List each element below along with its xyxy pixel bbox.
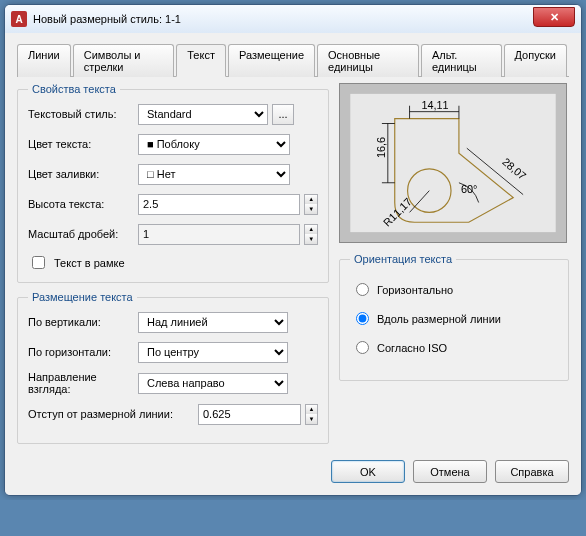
text-orientation-legend: Ориентация текста <box>350 253 456 265</box>
button-bar: OK Отмена Справка <box>17 460 569 483</box>
spin-down-icon: ▼ <box>306 414 317 424</box>
horizontal-label: По горизонтали: <box>28 346 138 358</box>
tab-fit[interactable]: Размещение <box>228 44 315 77</box>
titlebar: A Новый размерный стиль: 1-1 ✕ <box>5 5 581 33</box>
fill-color-select[interactable]: □ Нет <box>138 164 290 185</box>
text-placement-legend: Размещение текста <box>28 291 137 303</box>
text-height-input[interactable] <box>138 194 300 215</box>
vertical-select[interactable]: Над линией <box>138 312 288 333</box>
horizontal-select[interactable]: По центру <box>138 342 288 363</box>
text-height-spinner[interactable]: ▲▼ <box>304 194 318 215</box>
text-color-select[interactable]: ■ Поблоку <box>138 134 290 155</box>
view-direction-label: Направление взгляда: <box>28 371 138 395</box>
ok-button[interactable]: OK <box>331 460 405 483</box>
fraction-scale-label: Масштаб дробей: <box>28 228 138 240</box>
dim-top: 14,11 <box>421 99 448 111</box>
tab-alt-units[interactable]: Альт. единицы <box>421 44 502 77</box>
text-color-label: Цвет текста: <box>28 138 138 150</box>
tab-primary-units[interactable]: Основные единицы <box>317 44 419 77</box>
orient-horizontal-radio[interactable] <box>356 283 369 296</box>
orient-aligned-radio[interactable] <box>356 312 369 325</box>
text-height-label: Высота текста: <box>28 198 138 210</box>
window-title: Новый размерный стиль: 1-1 <box>33 13 181 25</box>
svg-rect-0 <box>350 94 555 232</box>
offset-input[interactable] <box>198 404 301 425</box>
close-icon: ✕ <box>550 11 559 24</box>
vertical-label: По вертикали: <box>28 316 138 328</box>
spin-up-icon: ▲ <box>305 195 317 205</box>
spin-up-icon: ▲ <box>305 225 317 235</box>
dialog-window: A Новый размерный стиль: 1-1 ✕ Линии Сим… <box>4 4 582 496</box>
client-area: Линии Символы и стрелки Текст Размещение… <box>5 33 581 495</box>
text-style-select[interactable]: Standard <box>138 104 268 125</box>
dim-angle: 60° <box>461 183 477 195</box>
tab-text[interactable]: Текст <box>176 44 226 77</box>
spin-down-icon: ▼ <box>305 234 317 244</box>
text-frame-label: Текст в рамке <box>54 257 125 269</box>
text-frame-checkbox[interactable] <box>32 256 45 269</box>
cancel-button[interactable]: Отмена <box>413 460 487 483</box>
fraction-scale-input[interactable] <box>138 224 300 245</box>
tab-symbols[interactable]: Символы и стрелки <box>73 44 175 77</box>
fraction-scale-spinner[interactable]: ▲▼ <box>304 224 318 245</box>
spin-down-icon: ▼ <box>305 204 317 214</box>
tab-tolerances[interactable]: Допуски <box>504 44 567 77</box>
text-style-label: Текстовый стиль: <box>28 108 138 120</box>
preview-pane: 14,11 16,6 28,07 R11,17 60° <box>339 83 567 243</box>
orient-iso-label: Согласно ISO <box>377 342 447 354</box>
orient-aligned-label: Вдоль размерной линии <box>377 313 501 325</box>
view-direction-select[interactable]: Слева направо <box>138 373 288 394</box>
orient-iso-radio[interactable] <box>356 341 369 354</box>
help-button[interactable]: Справка <box>495 460 569 483</box>
orient-horizontal-label: Горизонтально <box>377 284 453 296</box>
text-placement-group: Размещение текста По вертикали: Над лини… <box>17 291 329 444</box>
tab-strip: Линии Символы и стрелки Текст Размещение… <box>17 43 569 77</box>
close-button[interactable]: ✕ <box>533 7 575 27</box>
spin-up-icon: ▲ <box>306 405 317 415</box>
offset-label: Отступ от размерной линии: <box>28 408 198 420</box>
offset-spinner[interactable]: ▲▼ <box>305 404 318 425</box>
app-icon: A <box>11 11 27 27</box>
text-appearance-group: Свойства текста Текстовый стиль: Standar… <box>17 83 329 283</box>
fill-color-label: Цвет заливки: <box>28 168 138 180</box>
text-appearance-legend: Свойства текста <box>28 83 120 95</box>
dim-left: 16,6 <box>375 137 387 158</box>
text-style-browse-button[interactable]: ... <box>272 104 294 125</box>
text-orientation-group: Ориентация текста Горизонтально Вдоль ра… <box>339 253 569 381</box>
tab-lines[interactable]: Линии <box>17 44 71 77</box>
